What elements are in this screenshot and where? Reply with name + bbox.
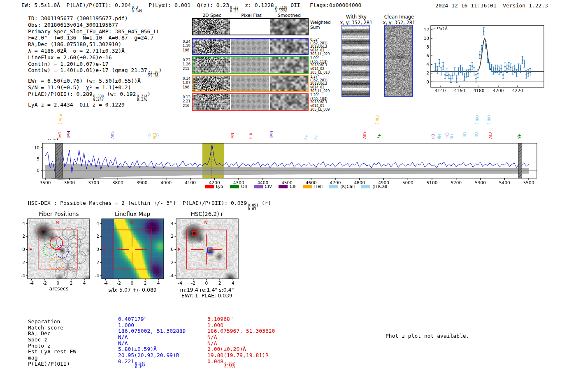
match-table-value: 0.0480.0630.039: [207, 359, 275, 365]
info-line: LineFlux = 2.60(±0.26)e-16: [28, 54, 162, 61]
legend-swatch: [254, 185, 263, 188]
lineflux-map-plot: [89, 216, 170, 287]
sup-sub-value: 0.3380.247: [93, 95, 104, 102]
legend-item: OII: [230, 184, 247, 189]
match-table-value: 19.80(19.79,19.81)R: [207, 353, 275, 359]
legend-swatch: [329, 185, 338, 188]
emission-line-label: CIII (: [375, 115, 379, 124]
legend-label: OII: [241, 184, 247, 189]
match-table-labels: SeparationMatch scoreRA, DecSpec zPhoto …: [28, 319, 76, 367]
match-table-label: RA, Dec: [28, 331, 76, 337]
match-table-value: 0.2210.2490.199: [118, 359, 186, 365]
legend-swatch: [279, 185, 288, 188]
sup-sub-value: 0.230.23: [230, 6, 238, 13]
match-table-value: N/A: [118, 341, 186, 347]
legend-label: (K)CaII: [340, 184, 355, 189]
match-table-value: N/A: [207, 334, 275, 341]
cutout-images: [193, 19, 308, 35]
match-table-value: N/A: [207, 341, 275, 347]
match-table-label: Separation: [28, 319, 76, 325]
match-table-label: Est LyA rest-EW: [28, 349, 76, 355]
cutout-images: [193, 39, 308, 54]
fiber-positions-plot: [15, 216, 95, 287]
legend-label: CIV: [265, 184, 272, 189]
weighted-sum-label: WeightedSum: [310, 20, 331, 30]
sup-sub-value: 21.3821.36: [148, 71, 159, 78]
spectrum-legend: LyαOIICIVCIIIHeII(K)CaII(H)CaII: [205, 184, 387, 189]
match-table-value: 20.95(20.92,20.99)R: [118, 353, 186, 359]
info-line: LyA z = 2.4434 OII z = 0.1229: [28, 102, 162, 108]
legend-label: CIII: [290, 184, 297, 189]
match-table-col1: 0.407179"1.000186.075002, 51.302889N/AN/…: [118, 316, 186, 365]
sup-sub-value: 0.2490.199: [135, 362, 146, 369]
legend-swatch: [205, 185, 214, 188]
legend-label: (H)CaII: [372, 184, 387, 189]
sup-sub-value: 0.12280.1228: [275, 6, 288, 13]
cutout-col-header-smoothed: Smoothed: [278, 13, 301, 18]
sup-sub-value: 0.0630.039: [224, 362, 235, 369]
match-table-value: 3.10968": [207, 316, 275, 322]
cutout-row-weights: 0.141.07196: [183, 77, 190, 89]
info-line: Primary Spec_Slot_IFU_AMP: 305_045_056_L…: [28, 28, 162, 35]
hsc-caption-1: m:19.4 re:1.4" s:0.4": [162, 287, 252, 293]
report-datetime-version: 2024-12-16 11:36:01 Version 1.22.3: [435, 2, 548, 9]
legend-label: HeII: [314, 184, 323, 189]
info-line: λ = 4186.02Å σ = 2.71(±0.32)Å: [28, 48, 162, 54]
legend-swatch: [303, 185, 312, 188]
legend-item: (H)CaII: [361, 184, 387, 189]
match-table-label: mag: [28, 355, 76, 361]
match-table-label: Photo z: [28, 343, 76, 349]
cutout-row-fiber-info: 1.20"(355, 104)20180613v014_01305_LL_009: [310, 94, 330, 112]
full-spectrum-plot: [35, 140, 549, 187]
info-line: P(LAE)/P(OII): 0.2890.3380.247 (w: 0.192…: [28, 91, 162, 102]
with-sky-image-frame: [341, 25, 370, 97]
with-sky-image: [342, 26, 369, 96]
clean-image-title: Clean Imagex, y: 352, 281: [383, 14, 416, 26]
clean-image-frame: [384, 25, 413, 97]
cutout-row-weights: 0.221.26215: [183, 58, 190, 71]
cutout-images: [193, 76, 308, 91]
cutout-row-fiber: [192, 93, 309, 111]
sup-sub-value: 0.30.149: [132, 6, 142, 13]
cutout-row-fiber: [192, 56, 309, 74]
info-line: F=2.0" T=0.136 N=1.10 A=0.87 g=24.7: [28, 35, 162, 41]
match-table-value: N/A: [118, 334, 186, 341]
info-line: Cont(n) = 1.20(±0.07)e-17: [28, 61, 162, 67]
legend-item: (K)CaII: [329, 184, 355, 189]
info-line: ID: 3001195677 (3001195677.pdf): [28, 15, 162, 22]
info-line: RA,Dec (186.075180,51.302910): [28, 41, 162, 48]
detection-info-block: ID: 3001195677 (3001195677.pdf)Obs: 2018…: [28, 15, 162, 108]
hsc-dex-summary: HSC-DEX : Possible Matches = 2 (within +…: [28, 200, 271, 211]
match-table-value: 1.000: [207, 322, 275, 329]
cutout-row-fiber-info: 0.52"(352, 281)20180613v014_03305_LL_029: [310, 38, 330, 56]
match-table-value: 2.00(±0.20)Å: [207, 346, 275, 353]
hsc-caption-2: EWr: 1. PLAE: 0.039: [162, 292, 252, 299]
match-table-col2: 3.10968"1.000186.075967, 51.303620N/AN/A…: [207, 316, 275, 365]
with-sky-title: With Skyx, y: 352, 281: [340, 14, 373, 26]
hsc-cutout-plot: [164, 216, 244, 287]
cutout-row-fiber: [192, 75, 309, 92]
info-line: EWr = 6.50(±0.76) (w: 5.50(±0.55))Å: [28, 78, 162, 84]
match-table-value: 186.075967, 51.303620: [207, 328, 275, 334]
cutout-col-header-2dspec: 2D Spec: [202, 13, 221, 18]
cutout-images: [193, 57, 308, 73]
cutout-row-weights: 0.241.19196: [183, 39, 190, 52]
emission-line-label: OIII (: [475, 115, 479, 124]
match-table-label: Match score: [28, 325, 76, 331]
info-line: Cont(w) = 1.40(±0.01)e-17 (gmag 21.3721.…: [28, 67, 162, 78]
legend-item: HeII: [303, 184, 323, 189]
legend-swatch: [361, 185, 370, 188]
cutout-row-fiber-info: 1.00"(355, 113)20180613v014_02305_LL_010: [310, 57, 330, 75]
cutout-row-weighted-sum: [192, 18, 309, 35]
photz-unavailable-notice: Phot z plot not available.: [386, 333, 469, 339]
info-line: S/N = 11.9(±0.5) χ² = 1.1(±0.2): [28, 84, 162, 91]
cutout-row-fiber-info: 1.37"(352, 281)20180613v014_01305_LL_029: [310, 75, 330, 93]
summary-header: EW: 5.5±1.0Å P(LAE)/P(OII): 0.2040.30.14…: [21, 2, 361, 13]
cutout-col-header-pixelflat: Pixel Flat: [241, 13, 261, 18]
match-table-label: Spec z: [28, 337, 76, 343]
cutout-row-fiber: [192, 38, 309, 55]
legend-item: CIII: [279, 184, 297, 189]
line-fit-plot: [424, 19, 555, 93]
clean-image: [385, 26, 412, 96]
emission-line-label: OIII (: [487, 115, 491, 124]
